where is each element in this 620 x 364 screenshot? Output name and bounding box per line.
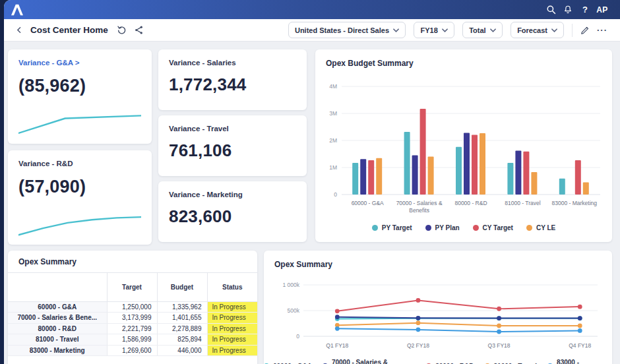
status-cell[interactable]: In Progress [207,345,257,356]
target-cell[interactable]: 1,269,600 [107,345,157,356]
opex-budget-summary-card: Opex Budget Summary 4M3M2M1M060000 - G&A… [315,49,612,242]
svg-text:60000 - G&A: 60000 - G&A [352,200,384,206]
legend-item[interactable]: PY Target [372,224,412,231]
table-title: Opex Summary [8,251,257,272]
kpi-value: 823,600 [158,198,307,227]
filter-dropdown-label: FY18 [420,26,437,34]
table-header-status[interactable]: Status [207,273,257,301]
kpi-value: 761,106 [158,133,307,161]
legend-dot-icon [473,225,479,231]
filter-dropdown-label: United States - Direct Sales [295,26,389,34]
opex-summary-table: Target Budget Status 60000 - G&A 1,250,0… [8,273,257,356]
target-cell[interactable]: 1,250,000 [107,301,157,313]
status-cell[interactable]: In Progress [207,301,257,313]
more-menu-icon[interactable]: ··· [595,23,609,38]
row-label-cell[interactable]: 83000 - Marketing [8,345,107,356]
table-header-target[interactable]: Target [107,273,157,301]
app-window: ? AP Cost Center Home United States - Di… [4,0,620,364]
filter-pills: United States - Direct Sales FY18 Total … [283,22,564,38]
svg-text:1 000k: 1 000k [282,282,299,288]
filter-dropdown-label: Total [469,26,485,34]
chart-title: Opex Summary [264,251,612,269]
notifications-bell-icon[interactable] [559,3,576,16]
legend-dot-icon [526,225,532,231]
svg-text:83000 - Marketing: 83000 - Marketing [552,200,598,206]
dashboard-content: Variance - G&A > (85,962) Variance - R&D… [4,42,620,364]
row-label-cell[interactable]: 70000 - Salaries & Bene... [8,313,107,324]
kpi-title: Variance - Travel [158,115,307,133]
line-chart-legend: 60000 - G&A70000 - Salaries & Benefits80… [264,359,612,364]
filter-dropdown[interactable]: FY18 [414,22,454,38]
legend-item[interactable]: 70000 - Salaries & Benefits [323,359,416,364]
legend-dot-icon [425,225,431,231]
kpi-card-variance-gna: Variance - G&A > (85,962) [8,49,152,144]
legend-label: PY Target [382,224,412,231]
legend-item[interactable]: 83000 - Marketing [547,359,612,364]
budget-cell[interactable]: 825,894 [157,334,207,346]
opex-summary-line-chart[interactable]: 1 000k500k0Q1 FY18Q2 FY18Q3 FY18Q4 FY18 [272,270,605,357]
share-icon[interactable] [132,23,146,38]
svg-text:Q1 FY18: Q1 FY18 [326,342,348,349]
row-label-cell[interactable]: 80000 - R&D [8,323,107,334]
legend-item[interactable]: 60000 - G&A [264,359,312,364]
chart-title: Opex Budget Summary [315,49,612,68]
legend-item[interactable]: 80000 - R&D [426,359,474,364]
budget-cell[interactable]: 1,335,962 [157,301,207,313]
svg-text:81000 - Travel: 81000 - Travel [505,200,540,206]
toolbar-divider [572,24,573,37]
edit-pencil-icon[interactable] [578,23,592,38]
user-avatar[interactable]: AP [594,3,611,16]
kpi-card-variance-marketing: Variance - Marketing 823,600 [158,181,307,242]
legend-item[interactable]: 81000 - Travel [485,359,538,364]
anaplan-logo-icon[interactable] [11,3,25,16]
refresh-icon[interactable] [115,23,129,38]
svg-text:Q3 FY18: Q3 FY18 [488,342,511,349]
budget-cell[interactable]: 446,000 [157,345,207,356]
svg-text:0: 0 [334,191,337,198]
row-label-cell[interactable]: 81000 - Travel [8,334,107,346]
chevron-down-icon [442,28,448,32]
target-cell[interactable]: 2,221,799 [107,323,157,334]
budget-cell[interactable]: 1,401,655 [157,313,207,324]
kpi-sparkline [18,214,141,237]
legend-item[interactable]: PY Plan [425,224,460,231]
status-cell[interactable]: In Progress [207,323,257,334]
legend-label: PY Plan [435,224,460,231]
search-icon[interactable] [542,3,559,16]
svg-text:Q4 FY18: Q4 FY18 [569,342,591,349]
table-header-row: Target Budget Status [8,273,257,301]
svg-text:500k: 500k [288,307,300,314]
svg-text:1M: 1M [329,164,337,171]
back-chevron-icon[interactable] [12,23,26,38]
table-header-empty [8,273,107,301]
page-title: Cost Center Home [30,25,108,35]
help-icon[interactable]: ? [576,3,594,16]
legend-item[interactable]: CY Target [473,224,513,231]
status-cell[interactable]: In Progress [207,313,257,324]
table-header-budget[interactable]: Budget [157,273,207,301]
legend-item[interactable]: CY LE [526,224,555,231]
filter-dropdown[interactable]: United States - Direct Sales [288,22,406,38]
opex-budget-bar-chart[interactable]: 4M3M2M1M060000 - G&A70000 - Salaries &Be… [322,76,604,217]
status-cell[interactable]: In Progress [207,334,257,346]
chevron-down-icon [490,28,496,32]
kpi-title-link[interactable]: Variance - G&A > [8,49,152,67]
svg-text:0: 0 [296,333,299,340]
filter-dropdown[interactable]: Total [462,22,502,38]
bar-chart-legend: PY TargetPY PlanCY TargetCY LE [315,224,612,231]
target-cell[interactable]: 1,586,999 [107,334,157,346]
budget-cell[interactable]: 2,278,889 [157,323,207,334]
row-label-cell[interactable]: 60000 - G&A [8,301,107,313]
kpi-card-variance-salaries: Variance - Salaries 1,772,344 [158,49,307,110]
kpi-card-variance-rnd: Variance - R&D (57,090) [8,150,152,245]
kpi-card-variance-travel: Variance - Travel 761,106 [158,115,307,176]
chevron-down-icon [551,28,557,32]
kpi-value: (57,090) [8,167,152,197]
filter-dropdown[interactable]: Forecast [511,22,564,38]
svg-text:3M: 3M [329,110,337,117]
filter-dropdown-label: Forecast [517,26,547,34]
kpi-value: 1,772,344 [158,67,307,95]
target-cell[interactable]: 3,173,999 [107,313,157,324]
table-row: 81000 - Travel 1,586,999 825,894 In Prog… [8,334,257,346]
svg-text:Benefits: Benefits [409,207,429,214]
